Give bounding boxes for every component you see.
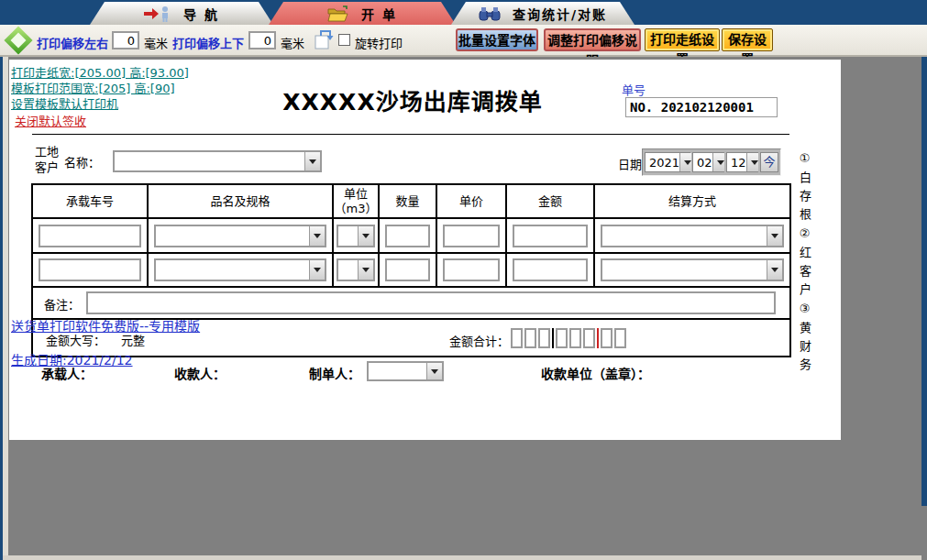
software-watermark-link[interactable]: 送货单打印软件免费版--专用模版 [11,316,200,335]
title-divider [32,134,789,135]
offset-lr-unit: 毫米 [144,34,168,51]
tab-navigation[interactable]: 导 航 [90,2,273,25]
settlement-combobox[interactable] [601,258,784,281]
amount-divider-black [552,328,554,348]
maker-label: 制单人： [309,364,360,382]
offset-ud-label: 打印偏移上下 [172,34,244,51]
tab-bar: 导 航 开 单 查询统计/对账 [0,0,927,25]
chevron-down-icon[interactable] [712,153,724,171]
rotate-page-icon [314,28,336,50]
offset-help-button[interactable]: 调整打印偏移说明 [544,28,641,51]
stamp-label: 收款单位（盖章）： [541,364,650,382]
customer-type-label: 工地 客户 [35,144,59,175]
product-spec-combobox[interactable] [154,225,326,247]
offset-lr-label: 打印偏移左右 [37,34,108,51]
amount-divider-red [597,328,599,348]
copy-color-side-note: ①白存根②红客户③黄财务 [796,151,813,454]
amount-input[interactable] [513,258,588,281]
header-unit: 单位（m3） [334,185,380,217]
page-title: XXXXX沙场出库调拨单 [193,83,633,116]
header-truck-no: 承载车号 [33,185,149,217]
chevron-down-icon[interactable] [358,226,373,246]
truck-no-input[interactable] [39,258,141,281]
remark-input[interactable] [86,291,776,314]
paper-feed-button[interactable]: 打印走纸设置 [645,28,720,51]
quantity-input[interactable] [385,258,430,281]
amount-digit-box [556,328,568,348]
close-default-sign-link[interactable]: 关闭默认签收 [15,112,86,129]
default-printer-link[interactable]: 设置模板默认打印机 [11,94,118,112]
quantity-input[interactable] [385,225,430,247]
diamond-icon [8,30,28,50]
date-month-select[interactable]: 02 [692,152,724,172]
amount-digit-box [614,328,626,348]
maker-combobox[interactable] [367,361,444,381]
date-today-button[interactable]: 今 [760,152,778,172]
amount-digit-box [511,328,523,348]
unit-price-input[interactable] [443,225,500,247]
customer-name-label: 名称： [64,153,100,170]
remark-label: 备注： [44,295,80,313]
chevron-down-icon[interactable] [426,363,442,379]
order-no-input[interactable] [625,97,778,117]
settlement-combobox[interactable] [601,225,784,247]
truck-no-input[interactable] [39,225,141,247]
table-header-row: 承载车号 品名及规格 单位（m3） 数量 单价 金额 结算方式 [33,185,789,219]
rotate-print-label: 旋转打印 [355,34,403,51]
offset-ud-unit: 毫米 [281,34,304,51]
tab-label: 导 航 [183,5,219,23]
unit-combobox[interactable] [337,225,375,247]
tab-label: 开 单 [361,5,397,23]
chevron-down-icon[interactable] [309,226,325,246]
chevron-down-icon[interactable] [309,260,325,280]
template-page: 打印走纸宽:[205.00] 高:[93.00] 模板打印范围宽:[205] 高… [9,60,841,440]
chevron-down-icon[interactable] [767,226,782,246]
app-window: 导 航 开 单 查询统计/对账 打印偏移左右 毫米 打印偏移上 [0,0,927,560]
window-frame-right [921,57,927,506]
offset-lr-input[interactable] [112,31,139,49]
chevron-down-icon[interactable] [746,153,758,171]
chevron-down-icon[interactable] [679,153,691,171]
table-row [33,219,789,254]
tab-query-statistics[interactable]: 查询统计/对账 [451,2,635,25]
date-year-select[interactable]: 2021 [645,152,690,172]
window-frame-bottom [3,555,921,560]
amount-input[interactable] [513,225,588,247]
open-folder-icon [327,5,349,22]
header-quantity: 数量 [380,185,437,217]
header-unit-price: 单价 [437,185,507,217]
save-settings-button[interactable]: 保存设置 [722,28,773,51]
binoculars-icon [479,6,501,21]
chevron-down-icon[interactable] [358,260,373,280]
tab-create-order[interactable]: 开 单 [269,2,456,25]
date-picker: 2021 02 12 今 [642,148,781,176]
generated-date-link[interactable]: 生成日期:2021/2/12 [11,350,133,368]
person-arrow-icon [144,5,171,22]
toolbar: 打印偏移左右 毫米 打印偏移上下 毫米 旋转打印 批量设置字体 调整打印偏移说明… [0,25,927,57]
order-no-label: 单号 [622,81,646,98]
table-row [33,254,789,288]
date-day-select[interactable]: 12 [726,152,758,172]
payee-label: 收款人： [174,364,226,382]
amount-digit-box [583,328,595,348]
rotate-print-checkbox[interactable] [338,34,350,46]
amount-digit-grid [511,328,626,348]
unit-combobox[interactable] [337,258,375,281]
window-frame-left-inner [3,57,8,560]
unit-price-input[interactable] [443,258,500,281]
amount-digit-box [569,328,581,348]
remark-row: 备注： [33,288,789,320]
header-settlement: 结算方式 [595,185,789,217]
amount-total-label: 金额合计： [449,332,509,349]
customer-name-combobox[interactable] [113,150,322,172]
amount-digit-box [601,328,612,348]
header-amount: 金额 [507,185,595,217]
tab-label: 查询统计/对账 [513,5,607,23]
offset-ud-input[interactable] [248,31,276,49]
batch-font-button[interactable]: 批量设置字体 [456,28,538,51]
chevron-down-icon[interactable] [767,260,782,280]
product-spec-combobox[interactable] [154,258,326,281]
chevron-down-icon[interactable] [304,152,320,170]
amount-digit-box [524,328,536,348]
amount-digit-box [538,328,550,348]
